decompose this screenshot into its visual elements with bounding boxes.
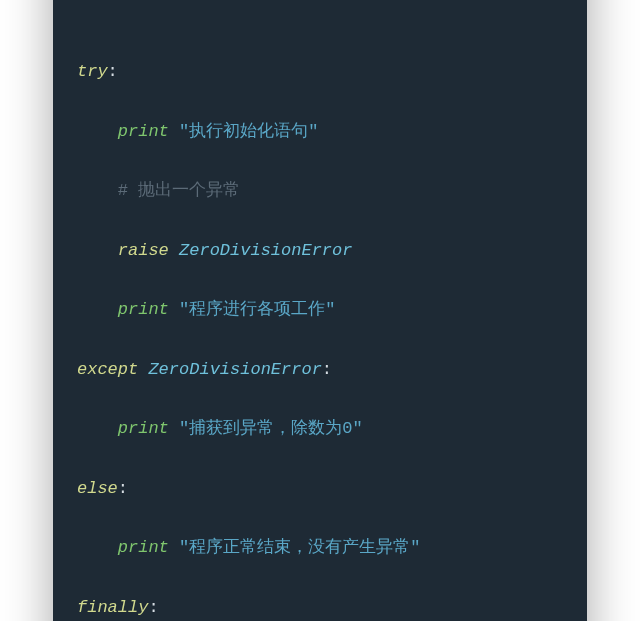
keyword-try: try [77, 62, 108, 81]
code-line: except ZeroDivisionError: [77, 355, 563, 385]
string-literal: "执行初始化语句" [179, 122, 318, 141]
code-line: print "执行初始化语句" [77, 117, 563, 147]
code-block: # -*- coding: UTF-8 -*- try: print "执行初始… [53, 0, 587, 621]
builtin-print: print [118, 122, 169, 141]
blank-line [77, 0, 563, 28]
colon: : [108, 62, 118, 81]
string-literal: "捕获到异常，除数为0" [179, 419, 363, 438]
exception-name: ZeroDivisionError [148, 360, 321, 379]
keyword-except: except [77, 360, 138, 379]
keyword-finally: finally [77, 598, 148, 617]
keyword-raise: raise [118, 241, 169, 260]
code-line: raise ZeroDivisionError [77, 236, 563, 266]
colon: : [118, 479, 128, 498]
colon: : [322, 360, 332, 379]
builtin-print: print [118, 538, 169, 557]
code-line: else: [77, 474, 563, 504]
string-literal: "程序进行各项工作" [179, 300, 335, 319]
exception-name: ZeroDivisionError [179, 241, 352, 260]
code-line: print "程序正常结束，没有产生异常" [77, 533, 563, 563]
code-line: finally: [77, 593, 563, 621]
colon: : [148, 598, 158, 617]
keyword-else: else [77, 479, 118, 498]
code-line: try: [77, 57, 563, 87]
code-line: print "捕获到异常，除数为0" [77, 414, 563, 444]
code-window: # -*- coding: UTF-8 -*- try: print "执行初始… [53, 0, 587, 621]
builtin-print: print [118, 419, 169, 438]
builtin-print: print [118, 300, 169, 319]
string-literal: "程序正常结束，没有产生异常" [179, 538, 420, 557]
code-line: print "程序进行各项工作" [77, 295, 563, 325]
code-line: # 抛出一个异常 [77, 176, 563, 206]
comment: # 抛出一个异常 [118, 181, 240, 200]
